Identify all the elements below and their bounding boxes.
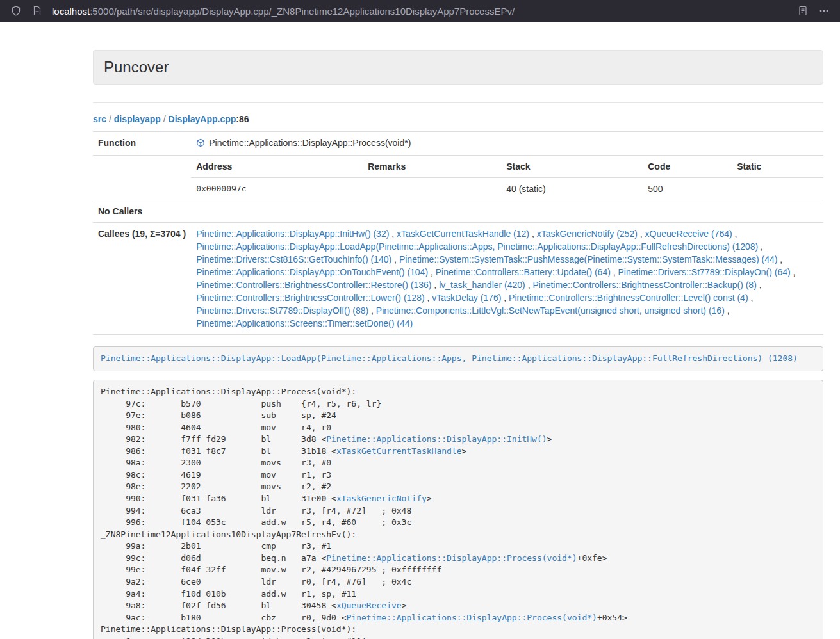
callee-link[interactable]: lv_task_handler (420): [439, 280, 525, 290]
callee-separator: ,: [757, 280, 762, 290]
callee-separator: ,: [529, 229, 537, 239]
callee-link[interactable]: Pinetime::Drivers::St7789::DisplayOn() (…: [618, 267, 791, 277]
url-path: :5000/path/src/displayapp/DisplayApp.cpp…: [90, 6, 515, 17]
highlighted-symbol-link[interactable]: Pinetime::Applications::DisplayApp::Load…: [101, 353, 798, 363]
column-address: Address: [191, 156, 363, 178]
callee-separator: ,: [758, 241, 763, 252]
callee-link[interactable]: xQueueReceive (764): [645, 229, 732, 239]
asm-symbol-link[interactable]: xTaskGetCurrentTaskHandle: [336, 446, 462, 456]
column-code: Code: [643, 156, 732, 178]
asm-symbol-link[interactable]: xQueueReceive: [336, 601, 402, 610]
callees-row: Callees (19, Σ=3704 ) Pinetime::Applicat…: [93, 223, 823, 335]
breadcrumb-separator: /: [106, 114, 114, 124]
asm-symbol-link[interactable]: xTaskGenericNotify: [336, 494, 427, 503]
column-remarks: Remarks: [363, 156, 501, 178]
callee-link[interactable]: xTaskGetCurrentTaskHandle (12): [397, 229, 529, 239]
callee-link[interactable]: Pinetime::Applications::DisplayApp::Load…: [196, 241, 758, 252]
column-static: Static: [732, 156, 823, 178]
metrics-row: Address Remarks Stack Code Static 0x0000…: [93, 156, 823, 200]
column-stack: Stack: [501, 156, 643, 178]
remarks-value: [363, 178, 501, 200]
divider: [93, 102, 823, 103]
callee-separator: ,: [425, 293, 432, 303]
function-name: Pinetime::Applications::DisplayApp::Proc…: [209, 138, 411, 148]
callee-link[interactable]: Pinetime::System::SystemTask::PushMessag…: [399, 254, 778, 264]
address-value: 0x0000097c: [191, 178, 363, 200]
callee-separator: ,: [428, 267, 436, 277]
function-name-cell: Pinetime::Applications::DisplayApp::Proc…: [191, 132, 823, 156]
callee-link[interactable]: Pinetime::Controllers::BrightnessControl…: [196, 293, 424, 303]
callee-link[interactable]: xTaskGenericNotify (252): [537, 229, 638, 239]
function-row: Function Pinetime::Applications::Display…: [93, 132, 823, 156]
callee-separator: ,: [777, 254, 782, 264]
breadcrumb-link-src[interactable]: src: [93, 114, 106, 124]
tracking-protection-shield-icon[interactable]: [8, 3, 24, 19]
callee-separator: ,: [791, 267, 796, 277]
metrics-table: Address Remarks Stack Code Static 0x0000…: [191, 156, 823, 200]
callee-separator: ,: [391, 254, 399, 264]
breadcrumb-line-number: :86: [236, 114, 249, 124]
callee-link[interactable]: Pinetime::Applications::Screens::Timer::…: [196, 318, 413, 328]
browser-chrome: localhost:5000/path/src/displayapp/Displ…: [0, 0, 840, 22]
callees-label: Callees (19, Σ=3704 ): [93, 223, 191, 335]
page-title: Puncover: [104, 59, 812, 76]
callee-separator: ,: [389, 229, 397, 239]
metrics-header-row: Address Remarks Stack Code Static: [191, 156, 823, 178]
static-value: [732, 178, 823, 200]
function-label: Function: [93, 132, 191, 156]
no-callers-label: No Callers: [93, 200, 191, 223]
disassembly-code: Pinetime::Applications::DisplayApp::Proc…: [93, 380, 823, 639]
no-callers-value: [191, 200, 823, 223]
callee-link[interactable]: vTaskDelay (176): [432, 293, 501, 303]
breadcrumb-link-file[interactable]: DisplayApp.cpp: [169, 114, 236, 124]
callee-link[interactable]: Pinetime::Controllers::BrightnessControl…: [196, 280, 431, 290]
callee-link[interactable]: Pinetime::Controllers::Battery::Update()…: [436, 267, 611, 277]
stack-value: 40 (static): [501, 178, 643, 200]
callee-link[interactable]: Pinetime::Components::LittleVgl::SetNewT…: [376, 305, 725, 316]
asm-symbol-link[interactable]: Pinetime::Applications::DisplayApp::Proc…: [347, 613, 597, 622]
callee-separator: ,: [368, 305, 376, 316]
callee-separator: ,: [732, 229, 737, 239]
callee-link[interactable]: Pinetime::Applications::DisplayApp::OnTo…: [196, 267, 428, 277]
page-actions-menu-icon[interactable]: [816, 3, 832, 19]
callee-link[interactable]: Pinetime::Drivers::St7789::DisplayOff() …: [196, 305, 368, 316]
callee-separator: ,: [525, 280, 533, 290]
url-host: localhost: [52, 6, 90, 17]
callee-link[interactable]: Pinetime::Controllers::BrightnessControl…: [532, 280, 756, 290]
callee-link[interactable]: Pinetime::Controllers::BrightnessControl…: [509, 293, 748, 303]
callee-separator: ,: [748, 293, 754, 303]
callee-separator: ,: [611, 267, 618, 277]
asm-symbol-link[interactable]: Pinetime::Applications::DisplayApp::Proc…: [326, 553, 577, 563]
code-value: 500: [643, 178, 732, 200]
metrics-values-row: 0x0000097c 40 (static) 500: [191, 178, 823, 200]
callee-separator: ,: [638, 229, 645, 239]
empty-label-cell: [93, 156, 191, 200]
callee-link[interactable]: Pinetime::Applications::DisplayApp::Init…: [196, 229, 389, 239]
breadcrumb-link-displayapp[interactable]: displayapp: [114, 114, 161, 124]
metrics-cell: Address Remarks Stack Code Static 0x0000…: [191, 156, 823, 200]
callee-separator: ,: [501, 293, 509, 303]
callee-separator: ,: [431, 280, 439, 290]
breadcrumb: src / displayapp / DisplayApp.cpp:86: [93, 113, 823, 125]
callees-cell: Pinetime::Applications::DisplayApp::Init…: [191, 223, 823, 335]
highlighted-symbol-box: Pinetime::Applications::DisplayApp::Load…: [93, 346, 823, 371]
address-bar[interactable]: localhost:5000/path/src/displayapp/Displ…: [52, 6, 789, 17]
function-symbol-icon: [196, 138, 205, 150]
app-header-panel: Puncover: [93, 50, 823, 85]
page-info-icon[interactable]: [29, 3, 45, 19]
function-detail-table: Function Pinetime::Applications::Display…: [93, 131, 823, 335]
breadcrumb-separator: /: [161, 114, 169, 124]
page-container: Puncover src / displayapp / DisplayApp.c…: [93, 50, 823, 639]
no-callers-row: No Callers: [93, 200, 823, 223]
reader-view-icon[interactable]: [795, 3, 811, 19]
asm-symbol-link[interactable]: Pinetime::Applications::DisplayApp::Init…: [326, 434, 547, 444]
callee-link[interactable]: Pinetime::Drivers::Cst816S::GetTouchInfo…: [196, 254, 391, 264]
callee-separator: ,: [725, 305, 730, 316]
